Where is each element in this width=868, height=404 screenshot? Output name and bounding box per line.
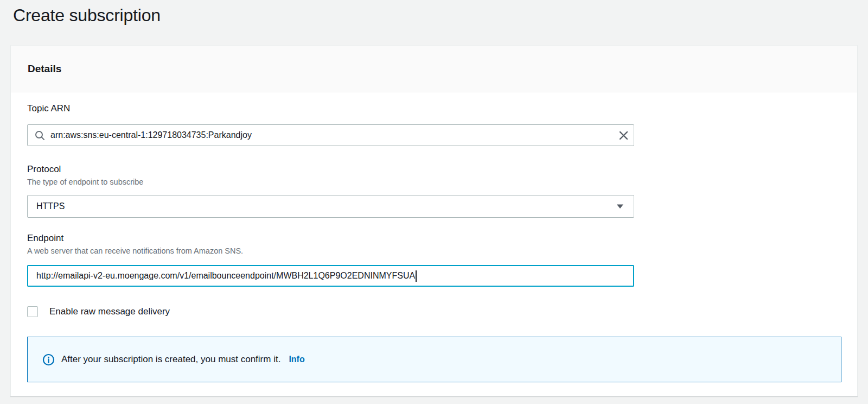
protocol-description: The type of endpoint to subscribe: [27, 178, 143, 186]
raw-message-delivery-checkbox[interactable]: [27, 306, 38, 317]
topic-arn-label: Topic ARN: [27, 103, 70, 114]
chevron-down-icon: [616, 204, 624, 209]
endpoint-description: A web server that can receive notificati…: [27, 247, 243, 255]
topic-arn-input[interactable]: [50, 125, 613, 146]
search-icon: [35, 130, 45, 141]
raw-message-delivery-row: Enable raw message delivery: [27, 306, 170, 317]
text-cursor: [416, 270, 417, 282]
protocol-select[interactable]: HTTPS: [27, 195, 634, 218]
endpoint-input-value: http://emailapi-v2-eu.moengage.com/v1/em…: [36, 271, 415, 281]
info-link[interactable]: Info: [289, 355, 304, 364]
info-icon: [42, 354, 55, 366]
protocol-selected-value: HTTPS: [36, 201, 65, 211]
endpoint-label: Endpoint: [27, 233, 63, 244]
endpoint-input[interactable]: http://emailapi-v2-eu.moengage.com/v1/em…: [27, 265, 634, 287]
panel-header-title: Details: [28, 63, 61, 75]
raw-message-delivery-label: Enable raw message delivery: [49, 306, 170, 317]
protocol-label: Protocol: [27, 164, 61, 175]
clear-icon[interactable]: [613, 125, 634, 146]
panel-header: Details: [11, 46, 857, 92]
page-title: Create subscription: [13, 5, 161, 26]
alert-message: After your subscription is created, you …: [61, 354, 280, 365]
details-panel: Details Topic ARN Protocol The type of e…: [10, 45, 858, 396]
topic-arn-input-box: [27, 124, 634, 146]
confirmation-info-alert: After your subscription is created, you …: [27, 337, 841, 382]
